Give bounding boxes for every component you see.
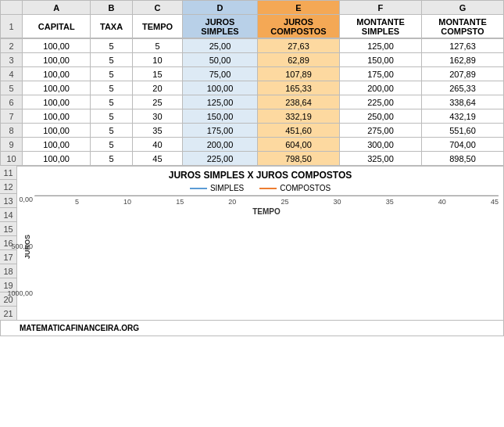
cell-taxa[interactable]: 5	[91, 138, 133, 152]
row-num: 5	[1, 81, 23, 95]
cell-taxa[interactable]: 5	[91, 109, 133, 124]
cell-taxa[interactable]: 5	[91, 67, 133, 81]
chart-area: JUROS SIMPLES X JUROS COMPOSTOS SIMPLES …	[17, 166, 504, 321]
cell-tempo[interactable]: 15	[132, 67, 182, 81]
cell-tempo[interactable]: 35	[132, 124, 182, 138]
cell-juros-simples[interactable]: 125,00	[182, 95, 257, 109]
header-juros-compostos[interactable]: JUROS COMPOSTOS	[258, 15, 340, 38]
col-g-header[interactable]: G	[421, 1, 503, 15]
col-e-header[interactable]: E	[258, 1, 340, 15]
cell-montante-simples[interactable]: 125,00	[339, 39, 421, 53]
chart-row-num: 12	[0, 180, 16, 194]
cell-montante-composto[interactable]: 432,19	[421, 109, 503, 124]
cell-juros-simples[interactable]: 200,00	[182, 138, 257, 152]
column-header-row: A B C D E F G	[1, 1, 504, 15]
chart-row-num: 11	[0, 166, 16, 180]
x-axis-labels: 51015202530354045	[75, 196, 499, 206]
cell-capital[interactable]: 100,00	[23, 53, 91, 67]
cell-tempo[interactable]: 25	[132, 95, 182, 109]
cell-juros-simples[interactable]: 25,00	[182, 39, 257, 53]
cell-juros-compostos[interactable]: 332,19	[258, 109, 340, 124]
cell-montante-composto[interactable]: 704,00	[421, 138, 503, 152]
cell-taxa[interactable]: 5	[91, 39, 133, 53]
cell-tempo[interactable]: 30	[132, 109, 182, 124]
cell-juros-compostos[interactable]: 62,89	[258, 53, 340, 67]
header-tempo[interactable]: TEMPO	[132, 15, 182, 38]
cell-tempo[interactable]: 40	[132, 138, 182, 152]
cell-montante-composto[interactable]: 338,64	[421, 95, 503, 109]
cell-juros-compostos[interactable]: 27,63	[258, 39, 340, 53]
cell-juros-simples[interactable]: 100,00	[182, 81, 257, 95]
legend-simples: SIMPLES	[190, 184, 244, 192]
cell-montante-simples[interactable]: 275,00	[339, 124, 421, 138]
cell-montante-simples[interactable]: 250,00	[339, 109, 421, 124]
row-num-1: 1	[1, 15, 23, 38]
row-num: 9	[1, 138, 23, 152]
cell-montante-composto[interactable]: 162,89	[421, 53, 503, 67]
cell-taxa[interactable]: 5	[91, 81, 133, 95]
cell-capital[interactable]: 100,00	[23, 109, 91, 124]
cell-capital[interactable]: 100,00	[23, 81, 91, 95]
cell-juros-compostos[interactable]: 238,64	[258, 95, 340, 109]
header-montante-simples[interactable]: MONTANTE SIMPLES	[339, 15, 421, 38]
cell-taxa[interactable]: 5	[91, 95, 133, 109]
cell-taxa[interactable]: 5	[91, 53, 133, 67]
cell-taxa[interactable]: 5	[91, 124, 133, 138]
cell-juros-simples[interactable]: 150,00	[182, 109, 257, 124]
cell-juros-simples[interactable]: 75,00	[182, 67, 257, 81]
col-c-header[interactable]: C	[132, 1, 182, 15]
x-tick-label: 35	[386, 198, 394, 206]
cell-juros-simples[interactable]: 175,00	[182, 124, 257, 138]
cell-montante-composto[interactable]: 127,63	[421, 39, 503, 53]
grid-line-100	[35, 195, 499, 196]
cell-montante-simples[interactable]: 225,00	[339, 95, 421, 109]
cell-capital[interactable]: 100,00	[23, 95, 91, 109]
table-row: 3 100,00 5 10 50,00 62,89 150,00 162,89	[1, 53, 504, 67]
cell-capital[interactable]: 100,00	[23, 152, 91, 166]
cell-tempo[interactable]: 5	[132, 39, 182, 53]
cell-capital[interactable]: 100,00	[23, 67, 91, 81]
cell-montante-composto[interactable]: 207,89	[421, 67, 503, 81]
x-tick-label: 30	[334, 198, 341, 206]
col-b-header[interactable]: B	[91, 1, 133, 15]
cell-montante-composto[interactable]: 898,50	[421, 152, 503, 166]
chart-legend: SIMPLES COMPOSTOS	[22, 184, 499, 192]
cell-tempo[interactable]: 20	[132, 81, 182, 95]
cell-montante-simples[interactable]: 150,00	[339, 53, 421, 67]
cell-juros-simples[interactable]: 225,00	[182, 152, 257, 166]
cell-juros-compostos[interactable]: 451,60	[258, 124, 340, 138]
cell-juros-compostos[interactable]: 107,89	[258, 67, 340, 81]
cell-capital[interactable]: 100,00	[23, 138, 91, 152]
header-capital[interactable]: CAPITAL	[23, 15, 91, 38]
chart-plot-wrapper: 1000,00 500,00 0,00 51015202530354045 TE…	[34, 196, 499, 297]
x-tick-label: 20	[228, 198, 236, 206]
header-montante-composto[interactable]: MONTANTE COMPSTO	[421, 15, 503, 38]
chart-row-num: 21	[0, 307, 16, 321]
row-num: 10	[1, 152, 23, 166]
cell-juros-compostos[interactable]: 165,33	[258, 81, 340, 95]
cell-juros-compostos[interactable]: 798,50	[258, 152, 340, 166]
col-d-header[interactable]: D	[182, 1, 257, 15]
cell-montante-simples[interactable]: 200,00	[339, 81, 421, 95]
cell-tempo[interactable]: 45	[132, 152, 182, 166]
cell-capital[interactable]: 100,00	[23, 39, 91, 53]
cell-juros-simples[interactable]: 50,00	[182, 53, 257, 67]
col-a-header[interactable]: A	[23, 1, 91, 15]
col-f-header[interactable]: F	[339, 1, 421, 15]
cell-montante-simples[interactable]: 175,00	[339, 67, 421, 81]
x-axis-title: TEMPO	[34, 207, 499, 216]
y-tick-labels: 1000,00 500,00 0,00	[5, 196, 33, 297]
cell-montante-simples[interactable]: 325,00	[339, 152, 421, 166]
table-row: 2 100,00 5 5 25,00 27,63 125,00 127,63	[1, 39, 504, 53]
cell-juros-compostos[interactable]: 604,00	[258, 138, 340, 152]
table-row: 7 100,00 5 30 150,00 332,19 250,00 432,1…	[1, 109, 504, 124]
cell-montante-composto[interactable]: 551,60	[421, 124, 503, 138]
header-taxa[interactable]: TAXA	[91, 15, 133, 38]
legend-line-simples	[190, 188, 207, 189]
cell-taxa[interactable]: 5	[91, 152, 133, 166]
cell-montante-composto[interactable]: 265,33	[421, 81, 503, 95]
cell-capital[interactable]: 100,00	[23, 124, 91, 138]
header-juros-simples[interactable]: JUROS SIMPLES	[182, 15, 257, 38]
cell-montante-simples[interactable]: 300,00	[339, 138, 421, 152]
cell-tempo[interactable]: 10	[132, 53, 182, 67]
